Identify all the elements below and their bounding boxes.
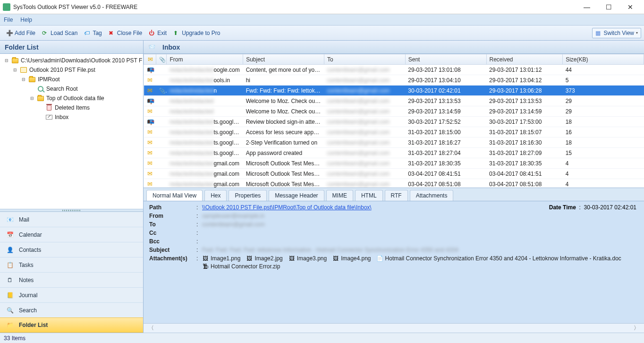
tree-node[interactable]: ⊟Top of Outlook data file (0, 94, 143, 103)
menu-file[interactable]: File (4, 17, 13, 23)
maximize-button[interactable]: ☐ (598, 0, 619, 14)
attachment-item[interactable]: 🖼Image1.png (202, 255, 240, 262)
nav-label: Mail (19, 216, 29, 223)
tab-rtf[interactable]: RTF (385, 190, 408, 201)
column-header[interactable]: Sent (405, 54, 486, 65)
detail-pane: Date Time : 30-03-2017 02:42:01 Path : \… (144, 201, 644, 323)
attachment-item[interactable]: 🖼Image4.png (332, 255, 371, 262)
cell-size: 44 (563, 65, 644, 75)
cell-to: contentteam@gmail.com (324, 106, 405, 117)
column-header[interactable]: To (324, 54, 405, 65)
load-scan-button[interactable]: ⟳ Load Scan (39, 28, 81, 38)
mail-row[interactable]: ✉redactedredactedts.google.c...App passw… (144, 148, 644, 158)
cell-subject: Access for less secure apps h... (243, 127, 324, 137)
switch-view-button[interactable]: ▦ Switch View ▾ (592, 28, 641, 38)
minimize-button[interactable]: — (576, 0, 598, 14)
bcc-label: Bcc (149, 238, 196, 245)
folder-list-header: Folder List (0, 41, 143, 54)
cell-to: contentteam@gmail.com (324, 65, 405, 75)
attachment-item[interactable]: 🖼Image3.png (288, 255, 327, 262)
tab-attachments[interactable]: Attachments (410, 190, 454, 201)
tag-button[interactable]: 🏷 Tag (81, 28, 105, 38)
mail-row[interactable]: ✉📎redactedredactednFwd: Fwd: Fwd: Fwd: l… (144, 86, 644, 96)
exit-button[interactable]: ⏻ Exit (145, 28, 170, 38)
tree-node[interactable]: Inbox (0, 112, 143, 122)
nav-item-contacts[interactable]: 👤Contacts (0, 242, 143, 257)
mail-row[interactable]: 📭redactedredactedoogle.comContent, get m… (144, 65, 644, 75)
path-link[interactable]: \\Outlook 2010 PST File.pst\IPMRoot\Top … (202, 204, 372, 211)
cell-received: 29-03-2017 13:14:59 (486, 106, 563, 117)
scroll-right-icon[interactable]: 〉 (634, 324, 639, 332)
cell-sent: 03-04-2017 08:51:08 (405, 179, 486, 189)
column-header[interactable]: Subject (243, 54, 324, 65)
mail-row[interactable]: ✉redactedredactedWelcome to Moz. Check o… (144, 106, 644, 117)
tag-label: Tag (93, 30, 102, 36)
mail-row[interactable]: ✉redactedredactedools.inhicontentteam@gm… (144, 75, 644, 86)
tree-label: Deleted Items (55, 104, 90, 111)
attachment-item[interactable]: 📄Hotmail Connector Synchronization Error… (377, 255, 621, 262)
close-file-button[interactable]: ✖ Close File (105, 28, 145, 38)
menu-help[interactable]: Help (20, 17, 32, 23)
nav-item-calendar[interactable]: 📅Calendar (0, 227, 143, 242)
column-header[interactable]: ✉ (144, 54, 156, 65)
tree-node[interactable]: Search Root (0, 84, 143, 94)
mail-grid[interactable]: ✉📎FromSubjectToSentReceivedSize(KB)📭reda… (144, 54, 644, 188)
tab-message-header[interactable]: Message Header (269, 190, 324, 201)
column-header[interactable]: 📎 (156, 54, 167, 65)
scroll-left-icon[interactable]: 〈 (148, 324, 154, 332)
column-header[interactable]: From (167, 54, 243, 65)
mail-row[interactable]: ✉redactedredactedgmail.comMicrosoft Outl… (144, 169, 644, 179)
mail-row[interactable]: ✉redactedredactedgmail.comMicrosoft Outl… (144, 179, 644, 189)
nav-item-search[interactable]: 🔍Search (0, 302, 143, 317)
attachment-icon: 📎 (159, 87, 167, 94)
tab-html[interactable]: HTML (355, 190, 383, 201)
upgrade-button[interactable]: ⬆ Upgrade to Pro (170, 28, 223, 38)
tree-node[interactable]: Deleted Items (0, 103, 143, 112)
titlebar: SysTools Outlook PST Viewer v5.0 - FREEW… (0, 0, 644, 14)
tab-properties[interactable]: Properties (229, 190, 267, 201)
detail-tabs: Normal Mail ViewHexPropertiesMessage Hea… (144, 188, 644, 201)
expand-icon[interactable]: ⊟ (12, 68, 18, 72)
expand-icon[interactable]: ⊟ (29, 96, 35, 101)
attachment-name: Hotmail Connector Synchronization Error … (385, 255, 621, 262)
cell-received: 03-04-2017 08:51:08 (486, 179, 563, 189)
attachment-item[interactable]: 🗜Hotmail Connector Error.zip (202, 263, 280, 270)
attachment-name: Image3.png (297, 255, 327, 262)
cell-to: contentteam@gmail.com (324, 137, 405, 148)
mail-row[interactable]: 📭redactedredactedts.google.c...Review bl… (144, 117, 644, 127)
cell-size: 18 (563, 137, 644, 148)
mail-row[interactable]: ✉redactedredactedts.google.c...Access fo… (144, 127, 644, 137)
tree-node[interactable]: ⊟IPMRoot (0, 75, 143, 84)
tab-normal-mail-view[interactable]: Normal Mail View (146, 190, 203, 201)
column-header[interactable]: Received (486, 54, 563, 65)
cell-sent: 31-03-2017 18:27:04 (405, 148, 486, 158)
tab-hex[interactable]: Hex (204, 190, 227, 201)
nav-item-tasks[interactable]: 📋Tasks (0, 257, 143, 272)
tab-mime[interactable]: MIME (326, 190, 353, 201)
folder-tree[interactable]: ⊟C:\Users\admin\Downloads\Outlook 2010 P… (0, 54, 143, 209)
toolbar: ➕ Add File ⟳ Load Scan 🏷 Tag ✖ Close Fil… (0, 26, 644, 41)
tree-node[interactable]: ⊟C:\Users\admin\Downloads\Outlook 2010 P… (0, 56, 143, 65)
close-button[interactable]: ✕ (619, 0, 641, 14)
cell-size: 373 (563, 86, 644, 96)
cell-sent: 30-03-2017 17:52:52 (405, 117, 486, 127)
mail-row[interactable]: ✉redactedredactedts.google.c...2-Step Ve… (144, 137, 644, 148)
attachment-item[interactable]: 🖼Image2.jpg (246, 255, 282, 262)
nav-item-notes[interactable]: 🗒Notes (0, 272, 143, 287)
tree-node[interactable]: ⊟Outlook 2010 PST File.pst (0, 65, 143, 75)
cell-received: 29-03-2017 13:01:12 (486, 65, 563, 75)
column-header[interactable]: Size(KB) (563, 54, 644, 65)
nav-item-journal[interactable]: 📒Journal (0, 287, 143, 302)
cell-sent: 31-03-2017 18:30:35 (405, 158, 486, 169)
expand-icon[interactable]: ⊟ (21, 77, 26, 82)
nav-item-folder-list[interactable]: 📁Folder List (0, 317, 143, 333)
tree-label: Top of Outlook data file (46, 95, 104, 102)
subject-label: Subject (149, 247, 196, 253)
mail-row[interactable]: ✉redactedredactedgmail.comMicrosoft Outl… (144, 158, 644, 169)
expand-icon[interactable]: ⊟ (4, 58, 9, 63)
nav-item-mail[interactable]: 📧Mail (0, 212, 143, 227)
add-file-button[interactable]: ➕ Add File (3, 28, 39, 38)
mail-row[interactable]: 📭redactedredactedWelcome to Moz. Check o… (144, 96, 644, 106)
nav-separator[interactable] (0, 209, 143, 212)
horizontal-scrollbar[interactable]: 〈 〉 (144, 323, 644, 333)
